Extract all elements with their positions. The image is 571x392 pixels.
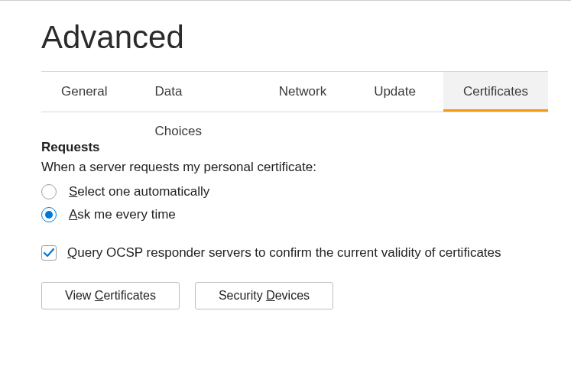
tabs: General Data Choices Network Update Cert… (41, 71, 548, 112)
checkbox-icon (41, 245, 57, 261)
radio-label: Ask me every time (69, 207, 176, 222)
radio-label: Select one automatically (69, 184, 209, 199)
checkbox-ocsp[interactable]: Query OCSP responder servers to confirm … (41, 245, 548, 261)
radio-icon (41, 207, 57, 222)
content: Requests When a server requests my perso… (41, 140, 548, 309)
requests-description: When a server requests my personal certi… (41, 160, 548, 175)
checkbox-label: Query OCSP responder servers to confirm … (67, 245, 501, 261)
radio-ask-every-time[interactable]: Ask me every time (41, 207, 548, 222)
view-certificates-button[interactable]: View Certificates (41, 282, 180, 309)
requests-heading: Requests (41, 140, 548, 155)
security-devices-button[interactable]: Security Devices (195, 282, 333, 309)
buttons-row: View Certificates Security Devices (41, 282, 548, 309)
radio-select-automatically[interactable]: Select one automatically (41, 184, 548, 199)
tab-update[interactable]: Update (354, 72, 436, 112)
tab-general[interactable]: General (41, 72, 127, 112)
tab-network[interactable]: Network (259, 72, 346, 112)
tab-data-choices[interactable]: Data Choices (135, 72, 251, 112)
tab-certificates[interactable]: Certificates (443, 72, 548, 112)
page-title: Advanced (41, 19, 571, 56)
radio-icon (41, 184, 57, 199)
